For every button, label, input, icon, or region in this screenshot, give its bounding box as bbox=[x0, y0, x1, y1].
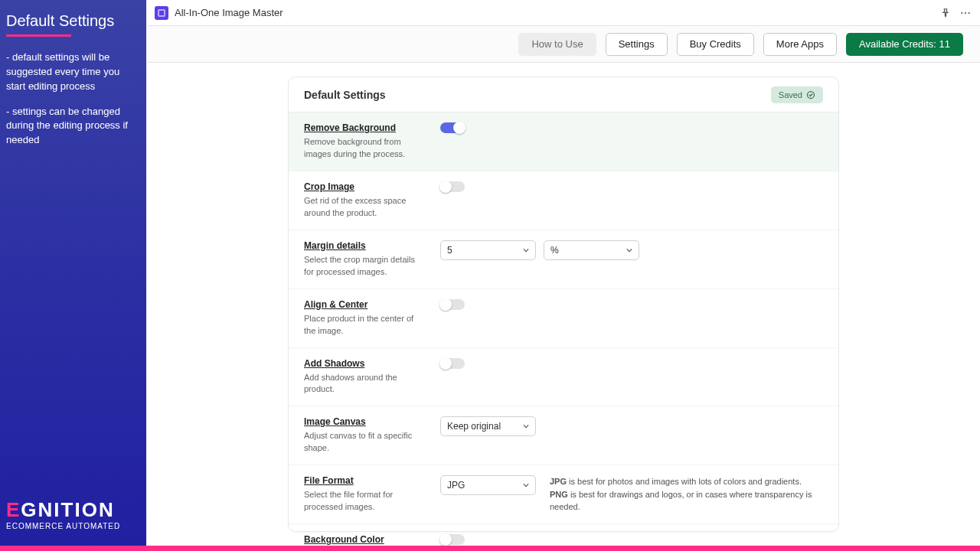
margin-value-label: 5 bbox=[447, 245, 452, 256]
brand-logo: EGNITION ECOMMERCE AUTOMATED bbox=[6, 498, 140, 535]
sidebar-note-2: - settings can be changed during the edi… bbox=[6, 105, 140, 148]
main: All-In-One Image Master How to Use Setti… bbox=[146, 0, 980, 546]
sidebar-note-1: - default settings will be suggested eve… bbox=[6, 51, 140, 94]
panel-heading: Default Settings bbox=[304, 89, 386, 101]
panel-header: Default Settings Saved bbox=[289, 77, 838, 112]
app-icon bbox=[155, 6, 168, 20]
more-icon[interactable] bbox=[959, 6, 972, 20]
sidebar-title-underline bbox=[6, 34, 71, 37]
chevron-down-icon bbox=[523, 247, 529, 253]
check-circle-icon bbox=[806, 90, 815, 99]
svg-point-1 bbox=[965, 11, 966, 13]
content-scroll[interactable]: Default Settings Saved Remove Background… bbox=[147, 63, 980, 546]
available-credits-button[interactable]: Available Credits: 11 bbox=[846, 33, 963, 56]
app-title: All-In-One Image Master bbox=[175, 7, 283, 18]
margin-unit-label: % bbox=[550, 245, 559, 256]
titlebar: All-In-One Image Master bbox=[147, 0, 980, 26]
saved-badge: Saved bbox=[771, 86, 823, 103]
format-select-label: JPG bbox=[447, 480, 465, 491]
remove-background-toggle[interactable] bbox=[440, 122, 465, 133]
row-file-format: File Format Select the file format for p… bbox=[289, 465, 838, 524]
actionbar: How to Use Settings Buy Credits More App… bbox=[147, 26, 980, 63]
sidebar-title: Default Settings bbox=[6, 11, 140, 34]
remove-background-desc: Remove background from images during the… bbox=[304, 136, 426, 161]
crop-image-desc: Get rid of the excess space around the p… bbox=[304, 195, 426, 220]
row-crop-image: Crop Image Get rid of the excess space a… bbox=[289, 171, 838, 230]
margin-unit-select[interactable]: % bbox=[544, 240, 639, 260]
sidebar: Default Settings - default settings will… bbox=[0, 0, 146, 546]
align-title: Align & Center bbox=[304, 299, 426, 310]
bgcolor-toggle[interactable] bbox=[440, 534, 465, 545]
brand-rest: GNITION bbox=[21, 498, 114, 521]
more-apps-button[interactable]: More Apps bbox=[763, 33, 837, 56]
canvas-select[interactable]: Keep original bbox=[440, 416, 536, 436]
saved-badge-label: Saved bbox=[779, 90, 802, 99]
brand-subtitle: ECOMMERCE AUTOMATED bbox=[6, 522, 140, 530]
format-hint: JPG is best for photos and images with l… bbox=[550, 475, 823, 514]
crop-image-title: Crop Image bbox=[304, 181, 426, 192]
chevron-down-icon bbox=[523, 423, 529, 429]
brand-first-letter: E bbox=[6, 498, 21, 521]
align-desc: Place product in the center of the image… bbox=[304, 313, 426, 337]
canvas-desc: Adjust canvas to fit a specific shape. bbox=[304, 430, 426, 455]
format-select[interactable]: JPG bbox=[440, 475, 536, 495]
buy-credits-button[interactable]: Buy Credits bbox=[677, 33, 754, 56]
chevron-down-icon bbox=[626, 247, 632, 253]
margin-title: Margin details bbox=[304, 240, 426, 251]
crop-image-toggle[interactable] bbox=[440, 181, 465, 192]
canvas-title: Image Canvas bbox=[304, 416, 426, 427]
shadows-title: Add Shadows bbox=[304, 358, 426, 369]
bgcolor-title: Background Color bbox=[304, 534, 426, 545]
row-align-center: Align & Center Place product in the cent… bbox=[289, 289, 838, 348]
svg-point-0 bbox=[961, 11, 962, 13]
row-margin-details: Margin details Select the crop margin de… bbox=[289, 230, 838, 289]
svg-point-2 bbox=[969, 11, 970, 13]
shadows-toggle[interactable] bbox=[440, 358, 465, 369]
row-remove-background: Remove Background Remove background from… bbox=[289, 112, 838, 171]
format-desc: Select the file format for processed ima… bbox=[304, 489, 426, 514]
margin-value-select[interactable]: 5 bbox=[440, 240, 536, 260]
chevron-down-icon bbox=[523, 482, 529, 488]
pin-icon[interactable] bbox=[939, 6, 952, 20]
row-image-canvas: Image Canvas Adjust canvas to fit a spec… bbox=[289, 406, 838, 465]
align-toggle[interactable] bbox=[440, 299, 465, 310]
how-to-use-button[interactable]: How to Use bbox=[518, 33, 596, 56]
margin-desc: Select the crop margin details for proce… bbox=[304, 254, 426, 279]
shadows-desc: Add shadows around the product. bbox=[304, 372, 426, 396]
settings-panel: Default Settings Saved Remove Background… bbox=[288, 77, 839, 532]
row-background-color: Background Color Add background to proce… bbox=[289, 524, 838, 546]
row-add-shadows: Add Shadows Add shadows around the produ… bbox=[289, 348, 838, 407]
remove-background-title: Remove Background bbox=[304, 122, 426, 133]
canvas-select-label: Keep original bbox=[447, 421, 501, 432]
format-title: File Format bbox=[304, 475, 426, 486]
settings-button[interactable]: Settings bbox=[606, 33, 668, 56]
